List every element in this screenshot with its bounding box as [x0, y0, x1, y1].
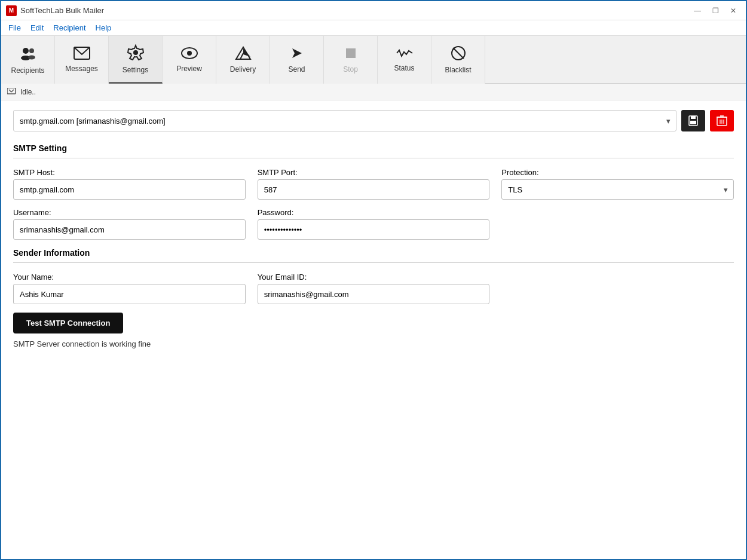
- toolbar-blacklist[interactable]: Blacklist: [431, 36, 485, 84]
- sender-email-input[interactable]: [258, 284, 490, 304]
- close-button[interactable]: ✕: [725, 4, 741, 17]
- menu-edit[interactable]: Edit: [26, 22, 48, 33]
- status-bar-icon: [7, 87, 17, 97]
- smtp-host-group: SMTP Host:: [13, 168, 246, 200]
- toolbar-status[interactable]: Status: [378, 36, 431, 84]
- svg-rect-15: [7, 88, 16, 94]
- main-content: smtp.gmail.com [srimanashis@gmail.com] S…: [1, 100, 746, 560]
- messages-label: Messages: [65, 65, 98, 73]
- menu-bar: File Edit Recipient Help: [1, 20, 746, 36]
- title-bar: M SoftTechLab Bulk Mailer — ❐ ✕: [1, 1, 746, 20]
- smtp-port-label: SMTP Port:: [258, 168, 490, 177]
- svg-rect-19: [691, 116, 696, 119]
- smtp-protection-label: Protection:: [501, 168, 734, 177]
- recipients-label: Recipients: [11, 66, 44, 75]
- smtp-section: SMTP Setting SMTP Host: SMTP Port: Prote…: [13, 143, 734, 240]
- sender-divider: [13, 262, 734, 263]
- status-icon: [396, 47, 413, 62]
- save-button[interactable]: [681, 110, 705, 131]
- smtp-password-label: Password:: [258, 208, 490, 217]
- smtp-port-input[interactable]: [258, 179, 490, 200]
- sender-row: Your Name: Your Email ID:: [13, 273, 734, 304]
- svg-marker-10: [243, 48, 250, 57]
- send-label: Send: [288, 65, 305, 74]
- svg-line-14: [453, 48, 464, 59]
- app-title: SoftTechLab Bulk Mailer: [20, 6, 690, 15]
- smtp-section-heading: SMTP Setting: [13, 143, 734, 153]
- send-icon: [290, 46, 304, 63]
- connection-status: SMTP Server connection is working fine: [13, 339, 734, 348]
- svg-rect-12: [346, 48, 356, 58]
- stop-label: Stop: [343, 65, 358, 74]
- sender-name-input[interactable]: [13, 284, 246, 304]
- recipients-icon: [20, 45, 36, 64]
- minimize-button[interactable]: —: [690, 4, 705, 17]
- svg-line-9: [240, 53, 243, 59]
- sender-placeholder-group: [501, 273, 734, 304]
- svg-line-16: [9, 90, 11, 92]
- svg-rect-20: [690, 121, 696, 124]
- toolbar-preview[interactable]: Preview: [163, 36, 216, 84]
- settings-label: Settings: [123, 66, 148, 74]
- delivery-label: Delivery: [230, 65, 256, 74]
- sender-section-heading: Sender Information: [13, 248, 734, 258]
- window-controls: — ❐ ✕: [690, 4, 741, 17]
- toolbar-delivery[interactable]: Delivery: [216, 36, 270, 84]
- toolbar-send[interactable]: Send: [270, 36, 324, 84]
- svg-point-1: [29, 48, 34, 53]
- smtp-username-group: Username:: [13, 208, 246, 240]
- account-row: smtp.gmail.com [srimanashis@gmail.com]: [13, 110, 734, 131]
- account-dropdown[interactable]: smtp.gmail.com [srimanashis@gmail.com]: [13, 110, 676, 131]
- smtp-divider: [13, 158, 734, 158]
- test-smtp-button[interactable]: Test SMTP Connection: [13, 313, 123, 333]
- svg-line-17: [11, 90, 14, 92]
- smtp-password-input[interactable]: [258, 219, 490, 240]
- smtp-protection-select[interactable]: TLS SSL None: [501, 179, 734, 200]
- blacklist-icon: [451, 45, 466, 63]
- svg-marker-11: [292, 48, 302, 58]
- blacklist-label: Blacklist: [445, 66, 471, 74]
- svg-point-7: [187, 51, 192, 56]
- smtp-port-group: SMTP Port:: [258, 168, 490, 200]
- menu-help[interactable]: Help: [91, 22, 117, 33]
- smtp-password-group: Password:: [258, 208, 490, 240]
- menu-file[interactable]: File: [4, 22, 26, 33]
- sender-email-label: Your Email ID:: [258, 273, 490, 281]
- smtp-creds-row: Username: Password:: [13, 208, 734, 240]
- smtp-host-label: SMTP Host:: [13, 168, 246, 177]
- sender-name-label: Your Name:: [13, 273, 246, 281]
- menu-recipient[interactable]: Recipient: [48, 22, 90, 33]
- delete-button[interactable]: [710, 110, 734, 131]
- delivery-icon: [235, 46, 252, 63]
- svg-point-0: [23, 48, 29, 54]
- messages-icon: [74, 47, 90, 62]
- app-icon: M: [6, 5, 17, 16]
- sender-section: Sender Information Your Name: Your Email…: [13, 248, 734, 304]
- smtp-username-input[interactable]: [13, 219, 246, 240]
- settings-icon: [127, 44, 144, 63]
- preview-icon: [181, 47, 198, 62]
- stop-icon: [344, 46, 358, 63]
- toolbar-messages[interactable]: Messages: [55, 36, 109, 84]
- smtp-placeholder-group: [501, 208, 734, 240]
- sender-name-group: Your Name:: [13, 273, 246, 304]
- status-label: Status: [394, 64, 414, 72]
- smtp-top-row: SMTP Host: SMTP Port: Protection: TLS SS…: [13, 168, 734, 200]
- account-dropdown-wrapper: smtp.gmail.com [srimanashis@gmail.com]: [13, 110, 676, 131]
- svg-point-5: [133, 50, 138, 55]
- status-bar: Idle..: [1, 84, 746, 100]
- sender-email-group: Your Email ID:: [258, 273, 490, 304]
- preview-label: Preview: [176, 65, 202, 73]
- toolbar-stop[interactable]: Stop: [324, 36, 378, 84]
- toolbar-settings[interactable]: Settings: [109, 36, 163, 84]
- toolbar: Recipients Messages Settings Preview Del…: [1, 36, 746, 84]
- smtp-protection-select-wrapper: TLS SSL None: [501, 179, 734, 200]
- status-bar-text: Idle..: [20, 88, 36, 96]
- smtp-protection-group: Protection: TLS SSL None: [501, 168, 734, 200]
- toolbar-recipients[interactable]: Recipients: [1, 36, 55, 84]
- smtp-host-input[interactable]: [13, 179, 246, 200]
- smtp-username-label: Username:: [13, 208, 246, 217]
- svg-point-3: [28, 56, 35, 60]
- restore-button[interactable]: ❐: [708, 4, 723, 17]
